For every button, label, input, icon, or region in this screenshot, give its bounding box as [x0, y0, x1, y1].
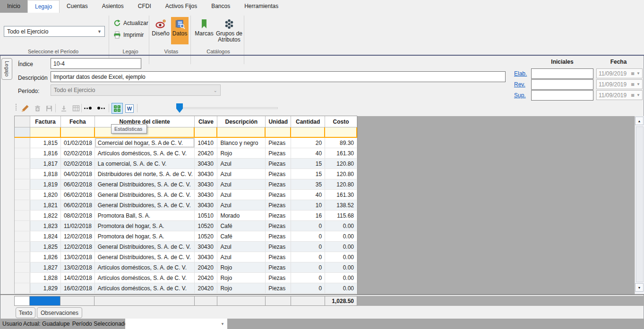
- cell-unidad[interactable]: Piezas: [266, 159, 291, 169]
- grupos-atributos-button[interactable]: Grupos de Atributos: [215, 17, 243, 43]
- table-row[interactable]: 1,829 16/02/2018 Artículos domésticos, S…: [15, 283, 357, 294]
- zoom-slider-thumb[interactable]: [176, 103, 183, 113]
- cell-factura[interactable]: 1,817: [30, 159, 61, 169]
- table-row[interactable]: 1,823 11/02/2018 Promotora del hogar, S.…: [15, 221, 357, 231]
- cell-descripcion[interactable]: Café: [217, 231, 266, 241]
- menu-tab[interactable]: Legajo: [27, 0, 60, 13]
- initials-field[interactable]: [531, 68, 593, 79]
- cell-unidad[interactable]: Piezas: [266, 283, 291, 293]
- cell-clave[interactable]: 30430: [195, 159, 217, 169]
- cell-unidad[interactable]: Piezas: [266, 231, 291, 241]
- cell-cantidad[interactable]: 0: [291, 231, 325, 241]
- header-fecha[interactable]: Fecha: [61, 116, 95, 127]
- vertical-scrollbar[interactable]: [635, 116, 644, 294]
- zoom-slider-track[interactable]: [180, 107, 278, 109]
- header-costo[interactable]: Costo: [325, 116, 357, 127]
- cell-cantidad[interactable]: 35: [291, 179, 325, 189]
- cell-descripcion[interactable]: Azul: [217, 252, 266, 262]
- cell-costo[interactable]: 0.00: [325, 252, 357, 262]
- cell-clave[interactable]: 30430: [195, 190, 217, 200]
- cell-cantidad[interactable]: 15: [291, 169, 325, 179]
- menu-tab[interactable]: Bancos: [204, 0, 237, 13]
- import-button[interactable]: [58, 103, 69, 114]
- cell-factura[interactable]: 1,822: [30, 211, 61, 220]
- grid-view-button[interactable]: [112, 103, 123, 114]
- cell-descripcion[interactable]: Morado: [217, 211, 266, 220]
- cell-nombre-cliente[interactable]: Distribuidores del norte, S. A. de C. V.: [95, 169, 195, 179]
- cell-descripcion[interactable]: Azul: [217, 179, 266, 189]
- sign-link[interactable]: Elab.: [514, 70, 531, 77]
- cell-clave[interactable]: 20420: [195, 283, 217, 293]
- cell-fecha[interactable]: 12/02/2018: [61, 242, 95, 252]
- cell-cantidad[interactable]: 10: [291, 200, 325, 210]
- filter-unidad[interactable]: [266, 127, 291, 137]
- table-row[interactable]: 1,816 02/02/2018 Artículos domésticos, S…: [15, 148, 357, 159]
- actualizar-button[interactable]: Actualizar: [112, 19, 150, 27]
- table-row[interactable]: 1,815 01/02/2018 Comercial del hogar, S.…: [15, 138, 357, 148]
- word-view-button[interactable]: W: [124, 103, 135, 114]
- row-selector[interactable]: [15, 138, 30, 148]
- cell-fecha[interactable]: 02/02/2018: [61, 148, 95, 158]
- cell-clave[interactable]: 10410: [195, 138, 217, 148]
- cell-clave[interactable]: 30430: [195, 169, 217, 179]
- table-row[interactable]: 1,827 13/02/2018 Artículos domésticos, S…: [15, 262, 357, 273]
- indice-field[interactable]: 10-4: [51, 58, 141, 69]
- row-selector[interactable]: [15, 231, 30, 241]
- cell-costo[interactable]: 138.52: [325, 200, 357, 210]
- cell-unidad[interactable]: Piezas: [266, 242, 291, 252]
- menu-tab[interactable]: Activos Fijos: [158, 0, 204, 13]
- cell-clave[interactable]: 30430: [195, 200, 217, 210]
- scroll-down-button[interactable]: ▼: [635, 283, 644, 292]
- cell-clave[interactable]: 20420: [195, 262, 217, 272]
- table-row[interactable]: 1,822 08/02/2018 Promotora Ball, S. A. 1…: [15, 211, 357, 221]
- cell-factura[interactable]: 1,828: [30, 273, 61, 283]
- scrollbar-thumb[interactable]: [636, 127, 644, 282]
- datos-button[interactable]: Datos: [171, 17, 189, 44]
- cell-fecha[interactable]: 04/02/2018: [61, 169, 95, 179]
- cell-fecha[interactable]: 08/02/2018: [61, 211, 95, 220]
- cell-fecha[interactable]: 16/02/2018: [61, 283, 95, 293]
- cell-factura[interactable]: 1,816: [30, 148, 61, 158]
- cell-cantidad[interactable]: 20: [291, 138, 325, 148]
- row-selector[interactable]: [15, 283, 30, 293]
- cell-fecha[interactable]: 01/02/2018: [61, 138, 95, 148]
- table-row[interactable]: 1,825 12/02/2018 General Distribuidores,…: [15, 242, 357, 252]
- cell-fecha[interactable]: 11/02/2018: [61, 221, 95, 231]
- cell-nombre-cliente[interactable]: Artículos domésticos, S. A. de C. V.: [95, 273, 195, 283]
- sign-link[interactable]: Sup.: [514, 92, 531, 99]
- cell-clave[interactable]: 20420: [195, 273, 217, 283]
- cell-unidad[interactable]: Piezas: [266, 211, 291, 220]
- cell-fecha[interactable]: 06/02/2018: [61, 190, 95, 200]
- tab-observaciones[interactable]: Observaciones: [37, 307, 82, 318]
- row-selector[interactable]: [15, 262, 30, 272]
- cell-costo[interactable]: 161.30: [325, 190, 357, 200]
- cell-descripcion[interactable]: Azul: [217, 200, 266, 210]
- cell-clave[interactable]: 30430: [195, 242, 217, 252]
- row-selector[interactable]: [15, 190, 30, 200]
- cell-costo[interactable]: 120.80: [325, 179, 357, 189]
- cell-fecha[interactable]: 02/02/2018: [61, 159, 95, 169]
- row-selector[interactable]: [15, 252, 30, 262]
- cell-fecha[interactable]: 06/02/2018: [61, 179, 95, 189]
- filter-cantidad[interactable]: [291, 127, 325, 137]
- status-period-combobox[interactable]: ▼: [125, 319, 227, 329]
- cell-nombre-cliente[interactable]: Promotora del hogar, S. A.: [95, 231, 195, 241]
- cell-unidad[interactable]: Piezas: [266, 148, 291, 158]
- row-selector[interactable]: [15, 148, 30, 158]
- menu-tab[interactable]: CFDI: [131, 0, 158, 13]
- menu-tab[interactable]: Inicio: [0, 0, 27, 13]
- cell-nombre-cliente[interactable]: General Distribuidores, S. A. de C. V.: [95, 252, 195, 262]
- cell-nombre-cliente[interactable]: General Distribuidores, S. A. de C. V.: [95, 179, 195, 189]
- filter-clave[interactable]: [195, 127, 217, 137]
- cell-factura[interactable]: 1,818: [30, 169, 61, 179]
- row-selector[interactable]: [15, 179, 30, 189]
- cell-fecha[interactable]: 06/02/2018: [61, 200, 95, 210]
- cell-factura[interactable]: 1,823: [30, 221, 61, 231]
- tab-texto[interactable]: Texto: [16, 307, 35, 318]
- date-picker[interactable]: 11/09/2019 ▦ ▼: [596, 90, 643, 100]
- cell-nombre-cliente[interactable]: General Distribuidores, S. A. de C. V.: [95, 200, 195, 210]
- cell-costo[interactable]: 0.00: [325, 283, 357, 293]
- cell-nombre-cliente[interactable]: Promotora del hogar, S. A.: [95, 221, 195, 231]
- date-picker[interactable]: 11/09/2019 ▦ ▼: [596, 68, 643, 78]
- cell-nombre-cliente[interactable]: General Distribuidores, S. A. de C. V.: [95, 190, 195, 200]
